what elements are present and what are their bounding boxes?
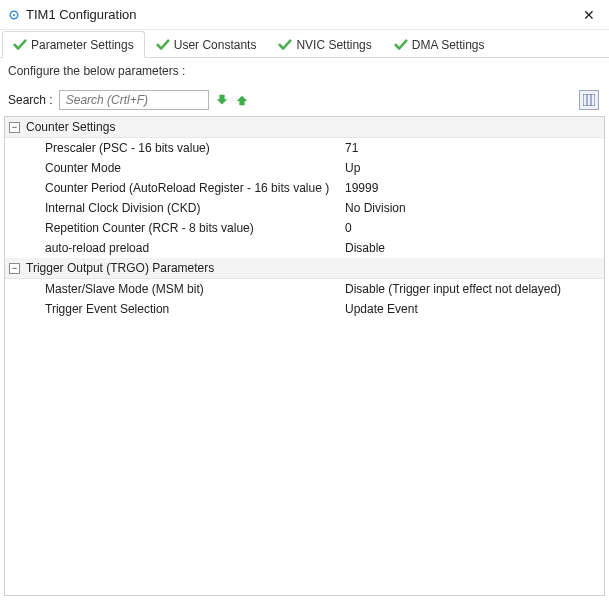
check-icon xyxy=(13,38,27,52)
param-label: Prescaler (PSC - 16 bits value) xyxy=(45,141,345,155)
param-row[interactable]: Internal Clock Division (CKD) No Divisio… xyxy=(5,198,604,218)
param-value[interactable]: No Division xyxy=(345,201,604,215)
titlebar: TIM1 Configuration ✕ xyxy=(0,0,609,30)
tab-label: User Constants xyxy=(174,38,257,52)
check-icon xyxy=(156,38,170,52)
columns-icon xyxy=(583,94,595,106)
group-title: Trigger Output (TRGO) Parameters xyxy=(26,261,214,275)
param-value[interactable]: 71 xyxy=(345,141,604,155)
columns-button[interactable] xyxy=(579,90,599,110)
collapse-icon[interactable]: − xyxy=(9,122,20,133)
search-input[interactable] xyxy=(59,90,209,110)
param-label: Internal Clock Division (CKD) xyxy=(45,201,345,215)
prev-arrow-icon[interactable] xyxy=(235,93,249,107)
tab-label: Parameter Settings xyxy=(31,38,134,52)
check-icon xyxy=(278,38,292,52)
tab-user-constants[interactable]: User Constants xyxy=(145,31,268,58)
search-label: Search : xyxy=(8,93,53,107)
param-value[interactable]: 19999 xyxy=(345,181,604,195)
tab-label: NVIC Settings xyxy=(296,38,371,52)
tab-label: DMA Settings xyxy=(412,38,485,52)
parameters-panel: − Counter Settings Prescaler (PSC - 16 b… xyxy=(4,116,605,596)
param-row[interactable]: Counter Mode Up xyxy=(5,158,604,178)
titlebar-left: TIM1 Configuration xyxy=(8,7,137,22)
param-label: Master/Slave Mode (MSM bit) xyxy=(45,282,345,296)
svg-point-1 xyxy=(13,13,15,15)
param-row[interactable]: Repetition Counter (RCR - 8 bits value) … xyxy=(5,218,604,238)
window-title: TIM1 Configuration xyxy=(26,7,137,22)
param-value[interactable]: Up xyxy=(345,161,604,175)
gear-icon xyxy=(8,9,20,21)
instruction-text: Configure the below parameters : xyxy=(0,58,609,88)
param-row[interactable]: Prescaler (PSC - 16 bits value) 71 xyxy=(5,138,604,158)
param-label: auto-reload preload xyxy=(45,241,345,255)
param-row[interactable]: Trigger Event Selection Update Event xyxy=(5,299,604,319)
group-header-trgo-parameters[interactable]: − Trigger Output (TRGO) Parameters xyxy=(5,258,604,279)
param-label: Counter Period (AutoReload Register - 16… xyxy=(45,181,345,195)
param-row[interactable]: Master/Slave Mode (MSM bit) Disable (Tri… xyxy=(5,279,604,299)
param-value[interactable]: Disable (Trigger input effect not delaye… xyxy=(345,282,604,296)
group-header-counter-settings[interactable]: − Counter Settings xyxy=(5,117,604,138)
tab-nvic-settings[interactable]: NVIC Settings xyxy=(267,31,382,58)
param-value[interactable]: Update Event xyxy=(345,302,604,316)
tabbar: Parameter Settings User Constants NVIC S… xyxy=(0,30,609,58)
param-value[interactable]: Disable xyxy=(345,241,604,255)
searchbar: Search : xyxy=(0,88,609,116)
param-label: Trigger Event Selection xyxy=(45,302,345,316)
param-label: Repetition Counter (RCR - 8 bits value) xyxy=(45,221,345,235)
param-label: Counter Mode xyxy=(45,161,345,175)
config-window: TIM1 Configuration ✕ Parameter Settings … xyxy=(0,0,609,600)
next-arrow-icon[interactable] xyxy=(215,93,229,107)
param-row[interactable]: Counter Period (AutoReload Register - 16… xyxy=(5,178,604,198)
svg-rect-2 xyxy=(583,94,595,106)
searchbar-left: Search : xyxy=(8,90,249,110)
tab-parameter-settings[interactable]: Parameter Settings xyxy=(2,31,145,58)
close-button[interactable]: ✕ xyxy=(577,3,601,27)
check-icon xyxy=(394,38,408,52)
collapse-icon[interactable]: − xyxy=(9,263,20,274)
tab-dma-settings[interactable]: DMA Settings xyxy=(383,31,496,58)
param-row[interactable]: auto-reload preload Disable xyxy=(5,238,604,258)
param-value[interactable]: 0 xyxy=(345,221,604,235)
group-title: Counter Settings xyxy=(26,120,115,134)
